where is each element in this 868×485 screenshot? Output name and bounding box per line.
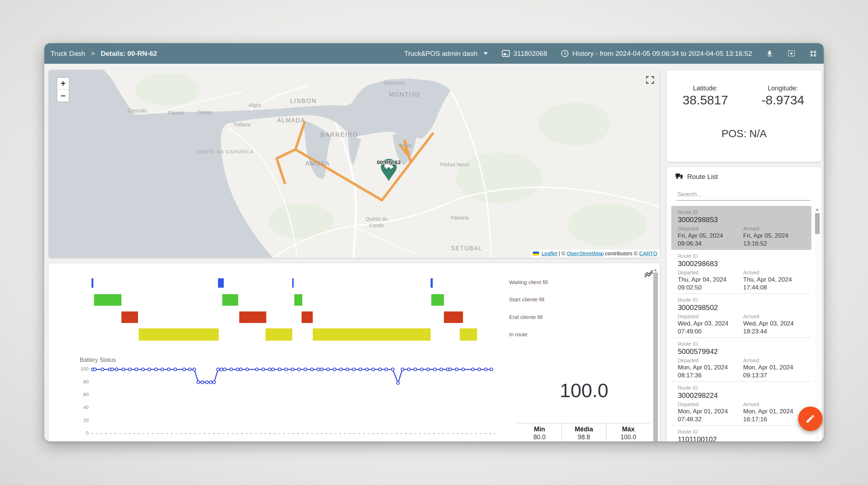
data-point[interactable]: [471, 368, 474, 371]
data-point[interactable]: [223, 368, 226, 371]
timeline-bar[interactable]: [266, 328, 292, 341]
data-point[interactable]: [408, 368, 410, 371]
timeline-bar[interactable]: [292, 278, 294, 288]
data-point[interactable]: [440, 368, 443, 371]
data-point[interactable]: [115, 368, 118, 371]
scroll-up-icon[interactable]: [816, 208, 819, 211]
openstreetmap-link[interactable]: OpenStreetMap: [567, 251, 604, 256]
timeline-bar[interactable]: [431, 278, 433, 288]
route-search-input[interactable]: [677, 189, 810, 201]
route-list-item[interactable]: Route ID 5000579942 Departed Mon, Apr 01…: [671, 338, 811, 382]
data-point[interactable]: [484, 368, 487, 371]
data-point[interactable]: [352, 368, 355, 371]
timeline-bar[interactable]: [460, 328, 477, 341]
data-point[interactable]: [201, 381, 204, 384]
data-point[interactable]: [220, 368, 223, 371]
data-point[interactable]: [268, 368, 271, 371]
data-point[interactable]: [311, 368, 313, 371]
timeline-bar[interactable]: [302, 311, 313, 323]
timeline-bar[interactable]: [121, 311, 138, 323]
data-point[interactable]: [304, 368, 307, 371]
data-point[interactable]: [298, 368, 301, 371]
data-point[interactable]: [285, 368, 288, 371]
data-point[interactable]: [490, 368, 493, 371]
data-point[interactable]: [197, 381, 200, 384]
timeline-bar[interactable]: [222, 294, 238, 306]
data-point[interactable]: [401, 368, 404, 371]
data-point[interactable]: [174, 368, 177, 371]
timeline-bar[interactable]: [444, 311, 463, 323]
data-point[interactable]: [427, 368, 430, 371]
data-point[interactable]: [93, 368, 96, 371]
timeline-bar[interactable]: [218, 278, 224, 288]
data-point[interactable]: [378, 368, 381, 371]
map-canvas[interactable]: [49, 70, 660, 258]
data-point[interactable]: [359, 368, 362, 371]
data-point[interactable]: [414, 368, 417, 371]
data-point[interactable]: [239, 368, 242, 371]
device-id-item[interactable]: 311802068: [502, 50, 547, 58]
data-point[interactable]: [365, 368, 368, 371]
data-point[interactable]: [333, 368, 336, 371]
leaflet-link[interactable]: Leaflet: [542, 251, 557, 256]
chart-card-scrollbar[interactable]: [653, 268, 658, 441]
data-point[interactable]: [183, 368, 186, 371]
data-point[interactable]: [339, 368, 342, 371]
data-point[interactable]: [478, 368, 481, 371]
data-point[interactable]: [142, 368, 144, 371]
data-point[interactable]: [161, 368, 164, 371]
timeline-bar[interactable]: [239, 311, 266, 323]
data-point[interactable]: [217, 368, 219, 371]
data-point[interactable]: [433, 368, 436, 371]
data-point[interactable]: [255, 368, 258, 371]
map-fullscreen-button[interactable]: [645, 75, 655, 86]
data-point[interactable]: [462, 368, 464, 371]
data-point[interactable]: [320, 368, 323, 371]
scrollbar-thumb[interactable]: [815, 213, 820, 234]
admin-dash-dropdown[interactable]: Truck&POS admin dash: [404, 50, 488, 58]
timeline-bar[interactable]: [294, 294, 303, 306]
data-point[interactable]: [213, 381, 215, 384]
map-card[interactable]: LISBONSamoucoMONTIJOALMADABARREIROAlgésO…: [49, 70, 660, 258]
zoom-out-button[interactable]: −: [57, 90, 69, 102]
timeline-bar[interactable]: [92, 278, 93, 288]
route-list-scrollbar[interactable]: [815, 207, 820, 441]
app-title[interactable]: Truck Dash: [50, 50, 85, 58]
data-point[interactable]: [236, 368, 239, 371]
timeline-bar[interactable]: [313, 328, 430, 341]
data-point[interactable]: [346, 368, 349, 371]
data-point[interactable]: [391, 368, 394, 371]
scrollbar-thumb[interactable]: [653, 273, 658, 441]
data-point[interactable]: [188, 368, 191, 371]
screenshot-button[interactable]: [787, 49, 796, 58]
route-list-item[interactable]: Route ID 1101100102 Departed Arrived: [671, 426, 811, 441]
data-point[interactable]: [209, 381, 212, 384]
data-point[interactable]: [129, 368, 132, 371]
collapse-view-button[interactable]: [809, 50, 817, 58]
stacked-line-chart-icon[interactable]: [644, 270, 654, 280]
data-point[interactable]: [193, 368, 196, 371]
route-list-item[interactable]: Route ID 3000298853 Departed Fri, Apr 05…: [671, 206, 811, 250]
data-point[interactable]: [148, 368, 151, 371]
route-list-item[interactable]: Route ID 3000298502 Departed Wed, Apr 03…: [671, 294, 811, 338]
data-point[interactable]: [167, 368, 170, 371]
data-point[interactable]: [155, 368, 157, 371]
data-point[interactable]: [262, 368, 265, 371]
download-button[interactable]: [766, 50, 774, 58]
data-point[interactable]: [291, 368, 294, 371]
data-point[interactable]: [385, 368, 388, 371]
zoom-in-button[interactable]: +: [57, 78, 69, 90]
data-point[interactable]: [135, 368, 138, 371]
data-point[interactable]: [111, 368, 113, 371]
data-point[interactable]: [230, 368, 232, 371]
history-range-item[interactable]: History - from 2024-04-05 09:06:34 to 20…: [561, 49, 752, 58]
data-point[interactable]: [122, 368, 125, 371]
timeline-bar[interactable]: [431, 294, 444, 306]
data-point[interactable]: [205, 381, 208, 384]
route-list-item[interactable]: Route ID 3000298683 Departed Thu, Apr 04…: [671, 250, 811, 294]
data-point[interactable]: [449, 368, 451, 371]
data-point[interactable]: [326, 368, 329, 371]
data-point[interactable]: [397, 381, 400, 384]
data-point[interactable]: [246, 368, 249, 371]
data-point[interactable]: [372, 368, 375, 371]
